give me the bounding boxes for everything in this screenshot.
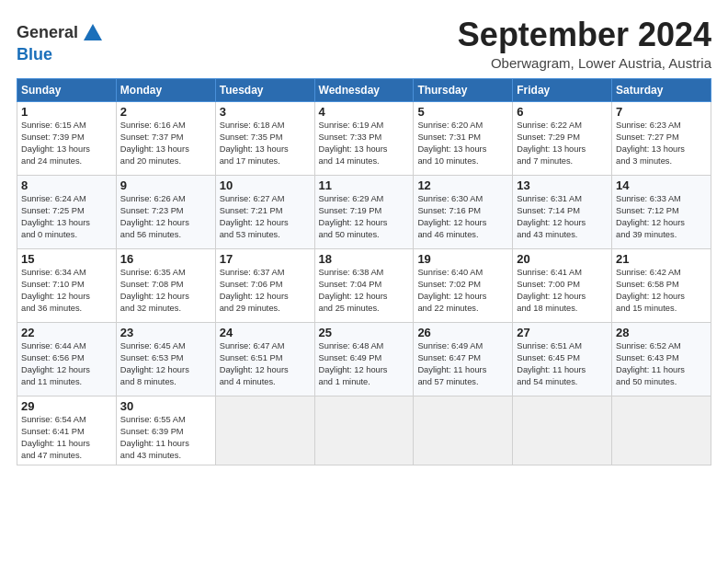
table-row: 3Sunrise: 6:18 AMSunset: 7:35 PMDaylight… [215, 101, 314, 175]
cell-details: Sunrise: 6:18 AMSunset: 7:35 PMDaylight:… [220, 120, 311, 167]
cell-details: Sunrise: 6:52 AMSunset: 6:43 PMDaylight:… [616, 340, 707, 388]
day-number: 1 [21, 105, 112, 119]
table-row: 30Sunrise: 6:55 AMSunset: 6:39 PMDayligh… [116, 396, 215, 465]
cell-details: Sunrise: 6:48 AMSunset: 6:49 PMDaylight:… [319, 340, 410, 388]
cell-details: Sunrise: 6:26 AMSunset: 7:23 PMDaylight:… [120, 193, 211, 241]
table-row [314, 396, 414, 465]
day-number: 30 [120, 399, 211, 413]
table-row: 21Sunrise: 6:42 AMSunset: 6:58 PMDayligh… [612, 248, 711, 322]
day-number: 9 [120, 178, 211, 192]
month-title: September 2024 [458, 17, 711, 53]
table-row: 29Sunrise: 6:54 AMSunset: 6:41 PMDayligh… [17, 396, 117, 465]
cell-details: Sunrise: 6:20 AMSunset: 7:31 PMDaylight:… [417, 120, 508, 167]
cell-details: Sunrise: 6:38 AMSunset: 7:04 PMDaylight:… [319, 267, 410, 315]
day-number: 3 [220, 105, 311, 119]
table-row: 24Sunrise: 6:47 AMSunset: 6:51 PMDayligh… [215, 322, 314, 396]
day-number: 22 [21, 326, 112, 339]
cell-details: Sunrise: 6:31 AMSunset: 7:14 PMDaylight:… [517, 193, 608, 241]
header-wednesday: Wednesday [314, 78, 414, 101]
cell-details: Sunrise: 6:33 AMSunset: 7:12 PMDaylight:… [616, 193, 707, 241]
header: General Blue September 2024 Oberwagram, … [17, 17, 711, 71]
cell-details: Sunrise: 6:44 AMSunset: 6:56 PMDaylight:… [21, 340, 112, 388]
cell-details: Sunrise: 6:23 AMSunset: 7:27 PMDaylight:… [616, 120, 707, 167]
cell-details: Sunrise: 6:51 AMSunset: 6:45 PMDaylight:… [517, 340, 608, 388]
cell-details: Sunrise: 6:22 AMSunset: 7:29 PMDaylight:… [517, 120, 608, 167]
table-row: 1Sunrise: 6:15 AMSunset: 7:39 PMDaylight… [17, 101, 117, 175]
table-row [215, 396, 314, 465]
day-number: 28 [616, 326, 707, 339]
table-row [513, 396, 612, 465]
table-row: 7Sunrise: 6:23 AMSunset: 7:27 PMDaylight… [612, 101, 711, 175]
day-number: 26 [417, 326, 508, 339]
table-row: 27Sunrise: 6:51 AMSunset: 6:45 PMDayligh… [513, 322, 612, 396]
day-number: 14 [616, 178, 707, 192]
day-number: 25 [319, 326, 410, 339]
table-row: 8Sunrise: 6:24 AMSunset: 7:25 PMDaylight… [17, 175, 117, 248]
day-number: 10 [220, 178, 311, 192]
table-row [414, 396, 513, 465]
day-number: 17 [220, 252, 311, 266]
table-row: 9Sunrise: 6:26 AMSunset: 7:23 PMDaylight… [116, 175, 215, 248]
header-thursday: Thursday [414, 78, 513, 101]
cell-details: Sunrise: 6:37 AMSunset: 7:06 PMDaylight:… [220, 267, 311, 315]
day-number: 23 [120, 326, 211, 339]
table-row: 13Sunrise: 6:31 AMSunset: 7:14 PMDayligh… [513, 175, 612, 248]
cell-details: Sunrise: 6:49 AMSunset: 6:47 PMDaylight:… [417, 340, 508, 388]
day-number: 6 [517, 105, 608, 119]
cell-details: Sunrise: 6:54 AMSunset: 6:41 PMDaylight:… [21, 414, 112, 462]
day-number: 16 [120, 252, 211, 266]
cell-details: Sunrise: 6:47 AMSunset: 6:51 PMDaylight:… [220, 340, 311, 388]
cell-details: Sunrise: 6:29 AMSunset: 7:19 PMDaylight:… [319, 193, 410, 241]
day-number: 12 [417, 178, 508, 192]
cell-details: Sunrise: 6:41 AMSunset: 7:00 PMDaylight:… [517, 267, 608, 315]
table-row: 14Sunrise: 6:33 AMSunset: 7:12 PMDayligh… [612, 175, 711, 248]
svg-marker-0 [84, 24, 102, 40]
table-row: 15Sunrise: 6:34 AMSunset: 7:10 PMDayligh… [17, 248, 117, 322]
cell-details: Sunrise: 6:30 AMSunset: 7:16 PMDaylight:… [417, 193, 508, 241]
day-number: 7 [616, 105, 707, 119]
table-row: 23Sunrise: 6:45 AMSunset: 6:53 PMDayligh… [116, 322, 215, 396]
table-row: 28Sunrise: 6:52 AMSunset: 6:43 PMDayligh… [612, 322, 711, 396]
title-area: September 2024 Oberwagram, Lower Austria… [458, 17, 711, 71]
table-row: 6Sunrise: 6:22 AMSunset: 7:29 PMDaylight… [513, 101, 612, 175]
day-number: 18 [319, 252, 410, 266]
logo-icon [80, 20, 106, 46]
table-row: 17Sunrise: 6:37 AMSunset: 7:06 PMDayligh… [215, 248, 314, 322]
table-row: 12Sunrise: 6:30 AMSunset: 7:16 PMDayligh… [414, 175, 513, 248]
calendar-page: General Blue September 2024 Oberwagram, … [0, 0, 728, 475]
weekday-header-row: Sunday Monday Tuesday Wednesday Thursday… [17, 78, 711, 101]
logo: General Blue [17, 20, 106, 64]
cell-details: Sunrise: 6:35 AMSunset: 7:08 PMDaylight:… [120, 267, 211, 315]
day-number: 13 [517, 178, 608, 192]
header-sunday: Sunday [17, 78, 117, 101]
cell-details: Sunrise: 6:45 AMSunset: 6:53 PMDaylight:… [120, 340, 211, 388]
table-row: 26Sunrise: 6:49 AMSunset: 6:47 PMDayligh… [414, 322, 513, 396]
day-number: 8 [21, 178, 112, 192]
table-row: 18Sunrise: 6:38 AMSunset: 7:04 PMDayligh… [314, 248, 414, 322]
logo-general: General [17, 24, 78, 42]
header-tuesday: Tuesday [215, 78, 314, 101]
day-number: 15 [21, 252, 112, 266]
cell-details: Sunrise: 6:40 AMSunset: 7:02 PMDaylight:… [417, 267, 508, 315]
day-number: 27 [517, 326, 608, 339]
cell-details: Sunrise: 6:15 AMSunset: 7:39 PMDaylight:… [21, 120, 112, 167]
cell-details: Sunrise: 6:16 AMSunset: 7:37 PMDaylight:… [120, 120, 211, 167]
header-friday: Friday [513, 78, 612, 101]
table-row: 2Sunrise: 6:16 AMSunset: 7:37 PMDaylight… [116, 101, 215, 175]
table-row [612, 396, 711, 465]
day-number: 4 [319, 105, 410, 119]
day-number: 29 [21, 399, 112, 413]
header-monday: Monday [116, 78, 215, 101]
table-row: 22Sunrise: 6:44 AMSunset: 6:56 PMDayligh… [17, 322, 117, 396]
table-row: 5Sunrise: 6:20 AMSunset: 7:31 PMDaylight… [414, 101, 513, 175]
cell-details: Sunrise: 6:55 AMSunset: 6:39 PMDaylight:… [120, 414, 211, 462]
cell-details: Sunrise: 6:34 AMSunset: 7:10 PMDaylight:… [21, 267, 112, 315]
day-number: 20 [517, 252, 608, 266]
day-number: 21 [616, 252, 707, 266]
table-row: 25Sunrise: 6:48 AMSunset: 6:49 PMDayligh… [314, 322, 414, 396]
table-row: 4Sunrise: 6:19 AMSunset: 7:33 PMDaylight… [314, 101, 414, 175]
location: Oberwagram, Lower Austria, Austria [458, 55, 711, 71]
day-number: 11 [319, 178, 410, 192]
day-number: 5 [417, 105, 508, 119]
table-row: 11Sunrise: 6:29 AMSunset: 7:19 PMDayligh… [314, 175, 414, 248]
